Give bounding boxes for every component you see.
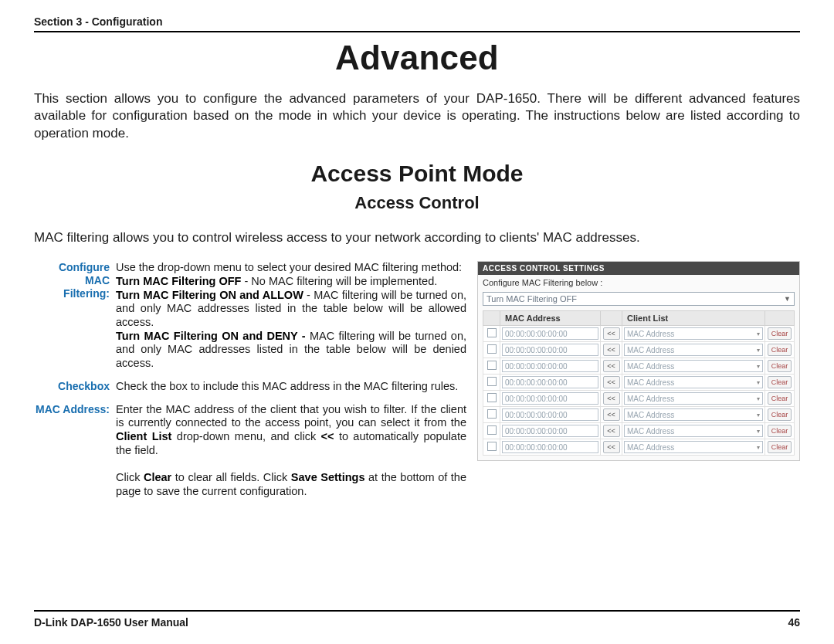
- copy-mac-button[interactable]: <<: [603, 376, 620, 388]
- mac-address-input[interactable]: 00:00:00:00:00:00: [502, 376, 598, 388]
- table-row: 00:00:00:00:00:00<<MAC Address▾Clear: [483, 375, 795, 391]
- chevron-down-icon: ▾: [757, 347, 760, 354]
- footer-left: D-Link DAP-1650 User Manual: [34, 616, 188, 629]
- access-control-panel: ACCESS CONTROL SETTINGS Configure MAC Fi…: [477, 261, 800, 461]
- client-list-select[interactable]: MAC Address▾: [624, 344, 763, 356]
- copy-mac-button[interactable]: <<: [603, 408, 620, 421]
- mode-title: Access Point Mode: [34, 161, 800, 187]
- clear-button[interactable]: Clear: [768, 441, 792, 453]
- row-checkbox[interactable]: [487, 361, 497, 370]
- select-placeholder: MAC Address: [627, 378, 674, 387]
- section-header: Section 3 - Configuration: [34, 15, 800, 32]
- client-list-select[interactable]: MAC Address▾: [624, 327, 763, 340]
- row-checkbox[interactable]: [487, 393, 497, 402]
- def-text: Click: [116, 471, 144, 483]
- th-checkbox: [483, 311, 500, 326]
- mac-table: MAC Address Client List 00:00:00:00:00:0…: [483, 310, 795, 456]
- clear-button[interactable]: Clear: [768, 392, 792, 405]
- def-text: to clear all fields. Click: [171, 471, 291, 483]
- copy-mac-button[interactable]: <<: [603, 327, 620, 340]
- client-list-select[interactable]: MAC Address▾: [624, 425, 763, 437]
- chevron-down-icon: ▾: [757, 444, 760, 451]
- chevron-down-icon: ▾: [757, 412, 760, 419]
- row-checkbox[interactable]: [487, 328, 497, 337]
- copy-mac-button[interactable]: <<: [603, 360, 620, 372]
- select-placeholder: MAC Address: [627, 443, 674, 452]
- footer-page-number: 46: [788, 616, 800, 629]
- client-list-select[interactable]: MAC Address▾: [624, 441, 763, 453]
- def-label-line: Configure MAC: [59, 261, 110, 286]
- description-paragraph: MAC filtering allows you to control wire…: [34, 230, 800, 246]
- chevron-down-icon: ▾: [757, 379, 760, 386]
- page-footer: D-Link DAP-1650 User Manual 46: [34, 610, 800, 629]
- table-row: 00:00:00:00:00:00<<MAC Address▾Clear: [483, 342, 795, 358]
- def-bold: <<: [321, 430, 334, 442]
- copy-mac-button[interactable]: <<: [603, 425, 620, 437]
- table-row: 00:00:00:00:00:00<<MAC Address▾Clear: [483, 326, 795, 342]
- table-row: 00:00:00:00:00:00<<MAC Address▾Clear: [483, 407, 795, 423]
- def-text: Use the drop-down menu to select your de…: [116, 261, 462, 273]
- mac-address-input[interactable]: 00:00:00:00:00:00: [502, 327, 598, 340]
- row-checkbox[interactable]: [487, 425, 497, 435]
- def-label-configure-mac: Configure MAC Filtering:: [34, 261, 116, 371]
- mac-address-input[interactable]: 00:00:00:00:00:00: [502, 360, 598, 372]
- clear-button[interactable]: Clear: [768, 327, 792, 340]
- row-checkbox[interactable]: [487, 442, 497, 451]
- table-row: 00:00:00:00:00:00<<MAC Address▾Clear: [483, 439, 795, 456]
- panel-title: ACCESS CONTROL SETTINGS: [478, 262, 799, 275]
- client-list-select[interactable]: MAC Address▾: [624, 360, 763, 372]
- def-text: drop-down menu, and click: [171, 430, 320, 442]
- def-bold: Turn MAC Filtering ON and DENY -: [116, 330, 310, 342]
- def-bold: Client List: [116, 430, 171, 442]
- th-clear: [765, 311, 795, 326]
- intro-paragraph: This section allows you to configure the…: [34, 90, 800, 142]
- select-placeholder: MAC Address: [627, 362, 674, 371]
- th-mac-address: MAC Address: [500, 311, 601, 326]
- row-checkbox[interactable]: [487, 344, 497, 354]
- client-list-select[interactable]: MAC Address▾: [624, 392, 763, 405]
- clear-button[interactable]: Clear: [768, 408, 792, 421]
- mac-address-input[interactable]: 00:00:00:00:00:00: [502, 408, 598, 421]
- mac-address-input[interactable]: 00:00:00:00:00:00: [502, 344, 598, 356]
- th-client-list: Client List: [622, 311, 765, 326]
- mac-address-input[interactable]: 00:00:00:00:00:00: [502, 441, 598, 453]
- clear-button[interactable]: Clear: [768, 344, 792, 356]
- table-row: 00:00:00:00:00:00<<MAC Address▾Clear: [483, 391, 795, 407]
- clear-button[interactable]: Clear: [768, 376, 792, 388]
- def-bold: Turn MAC Filtering OFF: [116, 275, 241, 287]
- def-body-configure-mac: Use the drop-down menu to select your de…: [116, 261, 466, 371]
- sub-title: Access Control: [34, 193, 800, 213]
- mac-filtering-dropdown[interactable]: Turn MAC Filtering OFF ▼: [483, 292, 795, 306]
- client-list-select[interactable]: MAC Address▾: [624, 376, 763, 388]
- def-text: - No MAC filtering will be implemented.: [241, 275, 437, 287]
- select-placeholder: MAC Address: [627, 330, 674, 338]
- clear-button[interactable]: Clear: [768, 360, 792, 372]
- clear-button[interactable]: Clear: [768, 425, 792, 437]
- copy-mac-button[interactable]: <<: [603, 441, 620, 453]
- mac-address-input[interactable]: 00:00:00:00:00:00: [502, 425, 598, 437]
- def-bold: Clear: [144, 471, 171, 483]
- chevron-down-icon: ▾: [757, 428, 760, 435]
- select-placeholder: MAC Address: [627, 346, 674, 354]
- row-checkbox[interactable]: [487, 409, 497, 419]
- page-title: Advanced: [34, 39, 800, 77]
- copy-mac-button[interactable]: <<: [603, 344, 620, 356]
- row-checkbox[interactable]: [487, 377, 497, 386]
- table-row: 00:00:00:00:00:00<<MAC Address▾Clear: [483, 358, 795, 375]
- copy-mac-button[interactable]: <<: [603, 392, 620, 405]
- def-label-checkbox: Checkbox: [34, 380, 116, 394]
- mac-address-input[interactable]: 00:00:00:00:00:00: [502, 392, 598, 405]
- panel-subtitle: Configure MAC Filtering below :: [478, 275, 799, 292]
- dropdown-value: Turn MAC Filtering OFF: [486, 294, 577, 303]
- chevron-down-icon: ▼: [784, 295, 791, 303]
- chevron-down-icon: ▾: [757, 330, 760, 337]
- def-body-mac-address: Enter the MAC address of the client that…: [116, 403, 466, 499]
- select-placeholder: MAC Address: [627, 411, 674, 419]
- def-text: Enter the MAC address of the client that…: [116, 403, 466, 429]
- def-bold: Save Settings: [291, 471, 365, 483]
- select-placeholder: MAC Address: [627, 395, 674, 403]
- table-row: 00:00:00:00:00:00<<MAC Address▾Clear: [483, 423, 795, 439]
- def-label-line: Filtering:: [63, 287, 110, 300]
- client-list-select[interactable]: MAC Address▾: [624, 408, 763, 421]
- def-label-mac-address: MAC Address:: [34, 403, 116, 499]
